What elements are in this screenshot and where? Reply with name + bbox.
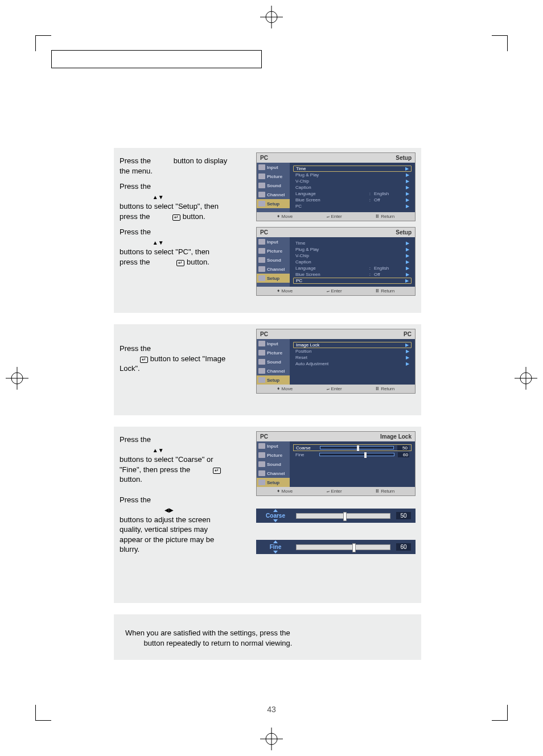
step-1-text: Press the button to display the menu. Pr… <box>114 148 233 301</box>
osd-tab-sound[interactable]: Sound <box>257 357 290 366</box>
osd-row-caption[interactable]: Caption▶ <box>293 184 412 191</box>
osd-row-plug[interactable]: Plug & Play▶ <box>293 172 412 178</box>
osd-tab-setup[interactable]: Setup <box>257 478 290 487</box>
text: When you are satisfied with the settings… <box>125 629 290 637</box>
channel-icon <box>258 368 265 374</box>
row-label: Position <box>295 349 402 354</box>
osd-row-caption[interactable]: Caption▶ <box>293 259 412 265</box>
osd-tab-channel[interactable]: Channel <box>257 469 290 478</box>
osd-row-pc[interactable]: PC▶ <box>293 278 412 284</box>
osd-tab-channel[interactable]: Channel <box>257 190 290 199</box>
up-down-arrows-icon: ▲▼ <box>153 194 164 200</box>
osd-tab-setup[interactable]: Setup <box>257 274 290 283</box>
osd-row-reset[interactable]: Reset▶ <box>293 354 412 361</box>
row-label: Plug & Play <box>295 247 402 252</box>
osd-tab-channel[interactable]: Channel <box>257 265 290 274</box>
chevron-right-icon: ▶ <box>406 197 409 203</box>
osd-tab-channel[interactable]: Channel <box>257 366 290 375</box>
osd-row-language[interactable]: Language:English▶ <box>293 191 412 197</box>
osd-row-vchip[interactable]: V-Chip▶ <box>293 178 412 184</box>
osd-row-time[interactable]: Time▶ <box>293 240 412 246</box>
osd-tab-picture[interactable]: Picture <box>257 451 290 460</box>
setup-icon <box>258 377 265 383</box>
osd-row-autoadj[interactable]: Auto Adjustment▶ <box>293 361 412 367</box>
osd-tab-picture[interactable]: Picture <box>257 172 290 181</box>
footer-move: ♦Move <box>277 489 293 494</box>
reg-mark-right <box>515 367 537 390</box>
text: Press the <box>120 495 151 504</box>
chevron-right-icon: ▶ <box>406 253 409 258</box>
osd-tab-picture[interactable]: Picture <box>257 348 290 357</box>
osd-tab-sound[interactable]: Sound <box>257 255 290 265</box>
osd-tab-setup[interactable]: Setup <box>257 375 290 385</box>
tab-label: Setup <box>267 276 279 281</box>
row-label: V-Chip <box>295 253 402 258</box>
footer-move: ♦Move <box>277 288 293 294</box>
footer-return: ⅢReturn <box>376 214 394 219</box>
picture-icon <box>258 452 265 458</box>
text: button. <box>187 258 209 266</box>
row-label: Language <box>295 191 366 196</box>
osd-row-bluescreen[interactable]: Blue Screen:Off▶ <box>293 197 412 203</box>
osd-row-imagelock[interactable]: Image Lock▶ <box>293 342 412 348</box>
step-2-text: Press the ↵ button to select "Image Lock… <box>114 324 233 399</box>
slider-value: 60 <box>398 452 409 457</box>
text: button to select "Image Lock". <box>120 354 225 373</box>
osd-row-position[interactable]: Position▶ <box>293 348 412 354</box>
slider-knob[interactable] <box>343 512 347 521</box>
footer-enter: ↵Enter <box>327 288 342 294</box>
osd-tab-input[interactable]: Input <box>257 441 290 451</box>
slider-knob[interactable] <box>352 543 356 552</box>
crop-corner-br <box>492 705 508 721</box>
footer-label: Enter <box>331 386 342 391</box>
row-label: Image Lock <box>296 342 402 348</box>
osd-row-time[interactable]: Time▶ <box>293 166 412 172</box>
osd-title: Setup <box>396 229 412 236</box>
osd-row-pc[interactable]: PC▶ <box>293 203 412 209</box>
slider-knob[interactable] <box>364 452 367 458</box>
tab-label: Picture <box>267 249 282 254</box>
left-right-arrows-icon: ◀▶ <box>164 507 174 513</box>
osd-tab-input[interactable]: Input <box>257 163 290 172</box>
slider-track[interactable] <box>296 544 390 550</box>
row-label: Caption <box>295 259 402 265</box>
chevron-right-icon: ▶ <box>406 266 409 271</box>
osd-tab-input[interactable]: Input <box>257 339 290 348</box>
row-label: PC <box>296 278 402 283</box>
osd-slider-coarse[interactable]: Coarse 50 <box>293 444 412 451</box>
osd-tab-sound[interactable]: Sound <box>257 460 290 469</box>
osd-tab-picture[interactable]: Picture <box>257 246 290 255</box>
slider-track[interactable] <box>320 446 394 449</box>
chevron-right-icon: ▶ <box>406 247 409 252</box>
osd-slider-fine[interactable]: Fine 60 <box>293 451 412 458</box>
picture-icon <box>258 173 265 179</box>
osd-tab-input[interactable]: Input <box>257 237 290 246</box>
osd-breadcrumb: PC <box>260 155 268 161</box>
enter-icon: ↵ <box>327 288 330 294</box>
slider-track[interactable] <box>296 513 390 519</box>
row-label: Plug & Play <box>295 172 402 177</box>
row-value: English <box>374 191 402 196</box>
osd-row-bluescreen[interactable]: Blue Screen:Off▶ <box>293 271 412 278</box>
tab-label: Picture <box>267 453 282 458</box>
row-label: Language <box>295 266 366 271</box>
osd-row-vchip[interactable]: V-Chip▶ <box>293 253 412 259</box>
slider-name: Coarse <box>261 513 290 519</box>
slider-knob[interactable] <box>357 445 359 451</box>
text: Press the <box>120 435 151 444</box>
slider-track[interactable] <box>319 453 394 456</box>
row-value: Off <box>374 197 402 203</box>
chevron-right-icon: ▶ <box>406 172 409 177</box>
osd-tab-sound[interactable]: Sound <box>257 181 290 190</box>
row-label: Time <box>296 166 402 171</box>
return-icon: Ⅲ <box>376 214 379 219</box>
osd-tab-setup[interactable]: Setup <box>257 199 290 208</box>
colon: : <box>369 272 371 277</box>
osd-row-language[interactable]: Language:English▶ <box>293 265 412 271</box>
channel-icon <box>258 266 265 272</box>
tab-label: Setup <box>267 480 279 485</box>
text: button. <box>120 475 142 484</box>
step-block-4: When you are satisfied with the settings… <box>114 614 421 660</box>
row-label: Reset <box>295 355 402 360</box>
osd-row-plug[interactable]: Plug & Play▶ <box>293 246 412 253</box>
